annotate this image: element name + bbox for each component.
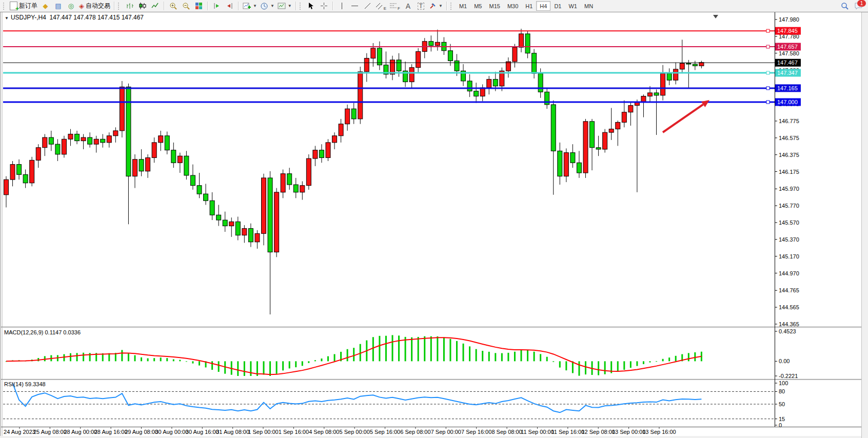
time-axis[interactable]: 24 Aug 202325 Aug 08:0028 Aug 00:0028 Au… xyxy=(4,427,676,435)
zoom-in-button[interactable] xyxy=(167,1,180,11)
svg-text:0: 0 xyxy=(779,422,782,428)
svg-text:0.00: 0.00 xyxy=(779,358,790,364)
candle xyxy=(68,134,73,139)
toolbar-separator xyxy=(164,2,165,10)
svg-text:29 Aug 08:00: 29 Aug 08:00 xyxy=(125,429,158,435)
svg-text:146.175: 146.175 xyxy=(779,169,799,175)
crosshair-tool-button[interactable] xyxy=(318,1,330,11)
candle xyxy=(159,136,163,143)
chat-button[interactable]: 1 xyxy=(854,2,863,10)
fibonacci-tool-button[interactable]: F xyxy=(388,1,402,11)
svg-text:145.770: 145.770 xyxy=(779,203,799,209)
line-chart-button[interactable] xyxy=(149,1,162,11)
svg-text:146.575: 146.575 xyxy=(779,135,799,141)
tab-timeframe-mn[interactable]: MN xyxy=(581,1,597,11)
toolbar-separator xyxy=(114,2,115,10)
candle xyxy=(107,136,111,143)
auto-scroll-button[interactable] xyxy=(223,1,236,11)
candle xyxy=(4,180,9,195)
candle xyxy=(235,222,240,235)
tab-timeframe-w1[interactable]: W1 xyxy=(565,1,581,11)
hline-handle[interactable] xyxy=(766,45,770,48)
strategy-tester-button[interactable]: ◎ xyxy=(65,1,77,11)
window-menu-icon[interactable]: ▼ xyxy=(5,16,9,21)
svg-text:28 Aug 16:00: 28 Aug 16:00 xyxy=(94,429,128,435)
hline-handle[interactable] xyxy=(766,87,770,90)
candle xyxy=(242,228,247,235)
market-watch-button[interactable]: ◆ xyxy=(39,1,52,11)
zoom-out-button[interactable] xyxy=(180,1,192,11)
price-badge-147.000: 147.000 xyxy=(775,98,801,106)
candle xyxy=(448,51,452,61)
candle xyxy=(10,165,15,180)
candle xyxy=(177,156,182,163)
tab-timeframe-m15[interactable]: M15 xyxy=(485,1,503,11)
vertical-line-tool-button[interactable] xyxy=(336,1,348,11)
candle xyxy=(397,60,401,71)
candlestick-icon xyxy=(139,2,146,10)
tab-timeframe-d1[interactable]: D1 xyxy=(550,1,565,11)
dropdown-caret-icon: ▼ xyxy=(253,4,257,8)
svg-text:144.365: 144.365 xyxy=(779,321,799,327)
cursor-icon xyxy=(307,2,314,10)
toolbar-grip[interactable] xyxy=(300,3,303,10)
search-icon xyxy=(841,2,849,10)
candle xyxy=(300,186,305,192)
candle xyxy=(55,144,60,154)
candle xyxy=(577,163,581,173)
toolbar-grip[interactable] xyxy=(450,3,453,10)
tab-timeframe-m30[interactable]: M30 xyxy=(504,1,522,11)
indicators-button[interactable]: ▼ xyxy=(241,1,259,11)
candle xyxy=(94,139,98,144)
text-label-tool-button[interactable]: T xyxy=(415,1,427,11)
templates-button[interactable]: ▼ xyxy=(276,1,293,11)
toolbar-grip[interactable] xyxy=(118,3,121,10)
channel-tool-button[interactable]: E xyxy=(374,1,388,11)
candle xyxy=(75,134,80,141)
search-button[interactable] xyxy=(838,1,851,11)
text-tool-button[interactable]: A xyxy=(402,1,415,11)
tile-windows-button[interactable] xyxy=(192,1,205,11)
candle xyxy=(229,222,234,226)
hline-handle[interactable] xyxy=(766,71,770,74)
svg-text:30 Aug 16:00: 30 Aug 16:00 xyxy=(186,429,219,435)
svg-text:28 Aug 00:00: 28 Aug 00:00 xyxy=(64,429,97,435)
macd-indicator-label: MACD(12,26,9) 0.1147 0.0336 xyxy=(4,329,81,335)
tab-timeframe-h4[interactable]: H4 xyxy=(536,1,550,11)
chart-canvas[interactable]: 147.980147.780147.580147.380147.180146.9… xyxy=(0,0,868,438)
strategy-tester-icon: ◎ xyxy=(68,3,74,9)
periods-button[interactable]: ▼ xyxy=(259,1,276,11)
new-order-button[interactable]: 新订单 xyxy=(8,1,39,11)
horizontal-line-icon xyxy=(351,3,359,9)
svg-text:1 Sep 00:00: 1 Sep 00:00 xyxy=(248,429,278,435)
toolbar-grip[interactable] xyxy=(3,3,6,10)
candle xyxy=(133,160,137,176)
tab-timeframe-h1[interactable]: H1 xyxy=(522,1,536,11)
auto-scroll-icon xyxy=(226,2,233,10)
auto-trading-button[interactable]: ◈ 自动交易 xyxy=(77,1,112,11)
hline-handle[interactable] xyxy=(766,101,770,104)
cursor-tool-button[interactable] xyxy=(305,1,318,11)
candle xyxy=(538,73,543,92)
tab-timeframe-m5[interactable]: M5 xyxy=(470,1,485,11)
chart-shift-button[interactable] xyxy=(210,1,223,11)
chart-background xyxy=(0,12,868,438)
trendline-icon xyxy=(364,2,371,10)
data-window-button[interactable]: ▤ xyxy=(52,1,65,11)
bar-chart-button[interactable] xyxy=(123,1,136,11)
arrows-tool-button[interactable]: ▼ xyxy=(427,1,444,11)
candle xyxy=(184,156,189,175)
svg-text:25 Aug 08:00: 25 Aug 08:00 xyxy=(33,429,67,435)
candle xyxy=(255,233,260,242)
hline-handle[interactable] xyxy=(766,29,770,32)
svg-text:145.570: 145.570 xyxy=(779,220,799,226)
candlestick-chart-button[interactable] xyxy=(136,1,149,11)
new-order-icon xyxy=(10,2,17,10)
candle xyxy=(693,64,697,66)
trendline-tool-button[interactable] xyxy=(361,1,374,11)
horizontal-line-tool-button[interactable] xyxy=(348,1,361,11)
svg-text:13 Sep 00:00: 13 Sep 00:00 xyxy=(612,429,645,435)
tab-timeframe-m1[interactable]: M1 xyxy=(456,1,470,11)
toolbar-right-zone: 1 xyxy=(838,1,866,11)
candle xyxy=(603,132,607,149)
